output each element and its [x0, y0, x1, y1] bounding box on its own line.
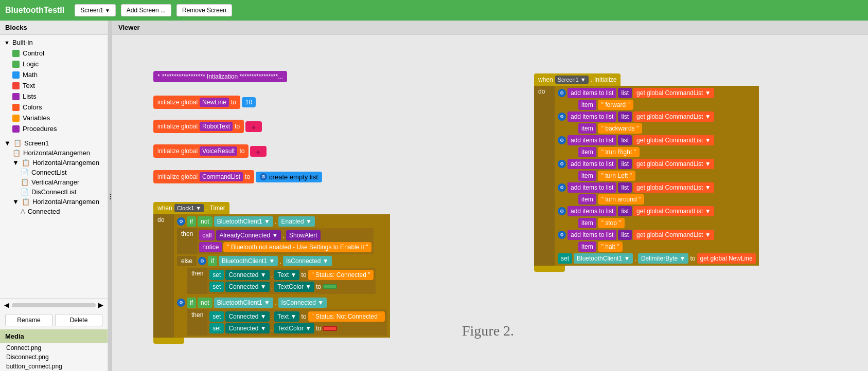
set-label2[interactable]: set: [209, 282, 224, 292]
when-block[interactable]: when Clock1 ▼ . Timer: [153, 202, 229, 214]
textcolor-dropdown1[interactable]: TextColor ▼: [274, 282, 314, 292]
enabled-dropdown[interactable]: Enabled ▼: [278, 216, 315, 227]
already-connected-dropdown[interactable]: AlreadyConnected ▼: [216, 230, 281, 240]
text-dropdown1[interactable]: Text ▼: [274, 270, 299, 280]
connected-dropdown3[interactable]: Connected ▼: [225, 311, 269, 322]
text-dropdown3[interactable]: Text ▼: [274, 311, 299, 322]
get-commandlist-7[interactable]: get global CommandList ▼: [633, 230, 714, 240]
turn-left-val[interactable]: " turn Left ": [598, 171, 635, 181]
get-commandlist-2[interactable]: get global CommandList ▼: [633, 112, 714, 122]
isconnected2-dropdown[interactable]: IsConnected ▼: [278, 298, 327, 308]
status-not-connected-val[interactable]: " Status: Not Connected ": [308, 311, 385, 322]
connected-dropdown4[interactable]: Connected ▼: [225, 323, 269, 333]
list-4[interactable]: list: [618, 159, 632, 169]
screen1-dropdown[interactable]: Screen1 ▼: [555, 76, 589, 84]
robottext-val[interactable]: ◆: [245, 121, 262, 132]
not2-block[interactable]: not: [198, 298, 212, 308]
commandlist-val[interactable]: ⚙ create empty list: [256, 172, 322, 182]
stop-val[interactable]: " stop ": [598, 218, 625, 228]
call-block[interactable]: call: [199, 230, 215, 240]
is-connected-dropdown[interactable]: IsConnected ▼: [283, 256, 332, 266]
halt-val[interactable]: " halt ": [598, 242, 623, 252]
builtin-group-header[interactable]: ▼ Built-in: [0, 37, 108, 48]
connected-dropdown2[interactable]: Connected ▼: [225, 282, 269, 292]
init-voiceresult-block[interactable]: initialize global VoiceResult to: [153, 144, 249, 158]
sidebar-item-logic[interactable]: Logic: [0, 59, 108, 69]
add-items-7[interactable]: add items to list: [568, 230, 616, 240]
list-2[interactable]: list: [618, 112, 632, 122]
delimiter-byte-dropdown[interactable]: DelimiterByte ▼: [638, 253, 689, 264]
show-alert-label[interactable]: ShowAlert: [286, 230, 321, 240]
media-item-connect[interactable]: Connect.png: [0, 343, 108, 353]
set-label3[interactable]: set: [209, 311, 224, 322]
media-item-button-connect[interactable]: buttton_connect.png: [0, 362, 108, 371]
resize-handle[interactable]: ⋮: [108, 21, 112, 371]
list-3[interactable]: list: [618, 135, 632, 145]
status-connected-val[interactable]: " Status: Connected ": [308, 270, 374, 280]
add-items-1[interactable]: add items to list: [568, 88, 616, 98]
screen-selector-button[interactable]: Screen1 ▼: [75, 4, 116, 16]
voiceresult-val[interactable]: ◆: [250, 146, 267, 157]
sidebar-item-procedures[interactable]: Procedures: [0, 123, 108, 134]
connected-dropdown1[interactable]: Connected ▼: [225, 270, 269, 280]
forward-val[interactable]: " forward ": [598, 100, 633, 110]
backwards-val[interactable]: " backwards ": [598, 123, 643, 134]
tree-horiz1[interactable]: 📋 HorizontalArrangemen: [0, 148, 108, 158]
list-7[interactable]: list: [618, 230, 632, 240]
scroll-left-icon[interactable]: ◀: [4, 301, 9, 309]
init-robottext-block[interactable]: initialize global RobotText to: [153, 120, 244, 133]
list-6[interactable]: list: [618, 206, 632, 216]
sidebar-item-variables[interactable]: Variables: [0, 113, 108, 123]
get-commandlist-1[interactable]: get global CommandList ▼: [633, 88, 714, 98]
if-block[interactable]: if: [187, 216, 196, 227]
sidebar-item-math[interactable]: Math: [0, 69, 108, 80]
media-item-disconnect[interactable]: Disconnect.png: [0, 353, 108, 362]
delete-button[interactable]: Delete: [55, 314, 102, 326]
sidebar-item-text[interactable]: Text: [0, 80, 108, 91]
get-newline-label[interactable]: get global NewLine: [697, 253, 756, 264]
get-commandlist-3[interactable]: get global CommandList ▼: [633, 135, 714, 145]
add-screen-button[interactable]: Add Screen ...: [121, 4, 171, 16]
green-color-swatch[interactable]: [323, 284, 337, 289]
init-newline-block[interactable]: initialize global NewLine to: [153, 96, 240, 109]
btclient2-dropdown[interactable]: BluetoothClient1 ▼: [214, 298, 273, 308]
not-block[interactable]: not: [198, 216, 212, 227]
textcolor-dropdown2[interactable]: TextColor ▼: [274, 323, 314, 333]
tree-item-screen1-toggle[interactable]: ▼ 📋 Screen1: [0, 138, 108, 148]
tree-connected[interactable]: A Connected: [0, 207, 108, 216]
notice-val[interactable]: " Bluetooth not enabled - Use Settings t…: [223, 242, 371, 252]
tree-horiz2[interactable]: ▼ 📋 HorizontalArrangemen: [0, 158, 108, 168]
set-label4[interactable]: set: [209, 323, 224, 333]
trun-right-val[interactable]: " trun Right ": [598, 147, 640, 157]
turn-around-val[interactable]: " turn around ": [598, 194, 645, 205]
screen-when-block[interactable]: when Screen1 ▼ . Initialize: [534, 73, 621, 86]
else-btclient[interactable]: BluetoothClient1 ▼: [219, 256, 278, 266]
add-items-2[interactable]: add items to list: [568, 112, 616, 122]
clock1-dropdown[interactable]: Clock1 ▼: [174, 204, 204, 212]
tree-vertarrange[interactable]: 📋 VerticalArranger: [0, 177, 108, 187]
get-commandlist-6[interactable]: get global CommandList ▼: [633, 206, 714, 216]
comment-block[interactable]: * ****************** Intialization *****…: [153, 71, 287, 82]
init-commandlist-block[interactable]: initialize global CommandList to: [153, 170, 254, 183]
else-if-block[interactable]: if: [208, 256, 217, 266]
tree-horiz3[interactable]: ▼ 📋 HorizontalArrangemen: [0, 197, 108, 207]
sidebar-item-lists[interactable]: Lists: [0, 91, 108, 102]
red-color-swatch[interactable]: [323, 326, 337, 331]
sidebar-item-control[interactable]: Control: [0, 48, 108, 59]
scroll-right-icon[interactable]: ▶: [98, 301, 103, 309]
remove-screen-button[interactable]: Remove Screen: [176, 4, 232, 16]
list-5[interactable]: list: [618, 182, 632, 193]
get-commandlist-5[interactable]: get global CommandList ▼: [633, 182, 714, 193]
sidebar-item-colors[interactable]: Colors: [0, 102, 108, 113]
tree-disconnectlist[interactable]: 📄 DisConnectList: [0, 187, 108, 197]
add-items-4[interactable]: add items to list: [568, 159, 616, 169]
if2-block[interactable]: if: [187, 298, 196, 308]
add-items-6[interactable]: add items to list: [568, 206, 616, 216]
set-delimiter-label[interactable]: set: [558, 253, 572, 264]
get-commandlist-4[interactable]: get global CommandList ▼: [633, 159, 714, 169]
tree-connectlist[interactable]: 📄 ConnectList: [0, 168, 108, 177]
btclient1-dropdown[interactable]: BluetoothClient1 ▼: [214, 216, 273, 227]
btclient-delimiter-dropdown[interactable]: BluetoothClient1 ▼: [574, 253, 633, 264]
newline-val[interactable]: 10: [242, 97, 256, 107]
add-items-5[interactable]: add items to list: [568, 182, 616, 193]
